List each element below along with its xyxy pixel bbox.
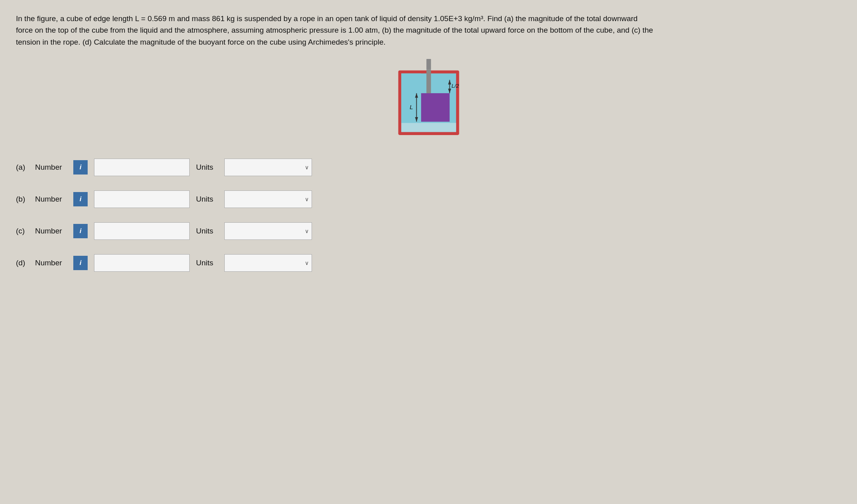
units-select-d[interactable]: N Pa atm bbox=[224, 254, 312, 272]
units-label-d: Units bbox=[196, 259, 218, 267]
tank-figure: L L/2 bbox=[385, 59, 473, 143]
number-input-b[interactable] bbox=[94, 190, 190, 208]
svg-rect-5 bbox=[401, 74, 421, 123]
number-input-a[interactable] bbox=[94, 159, 190, 176]
answer-row-c: (c) Number i Units N Pa atm bbox=[16, 222, 375, 240]
units-select-a[interactable]: N Pa atm bbox=[224, 159, 312, 176]
part-label-a: (a) bbox=[16, 163, 29, 172]
answer-row-a: (a) Number i Units N Pa atm bbox=[16, 159, 375, 176]
number-label-b: Number bbox=[35, 195, 67, 204]
units-select-c[interactable]: N Pa atm bbox=[224, 222, 312, 240]
info-button-d[interactable]: i bbox=[73, 256, 88, 270]
units-select-wrapper-b[interactable]: N Pa atm bbox=[224, 190, 312, 208]
info-button-c[interactable]: i bbox=[73, 224, 88, 238]
svg-rect-6 bbox=[426, 70, 431, 93]
number-label-c: Number bbox=[35, 227, 67, 235]
units-label-c: Units bbox=[196, 227, 218, 235]
svg-rect-4 bbox=[421, 93, 449, 122]
part-label-c: (c) bbox=[16, 227, 29, 235]
units-select-b[interactable]: N Pa atm bbox=[224, 190, 312, 208]
problem-text: In the figure, a cube of edge length L =… bbox=[16, 13, 653, 48]
answers-section: (a) Number i Units N Pa atm (b) Number i… bbox=[16, 159, 375, 272]
svg-rect-3 bbox=[401, 123, 456, 132]
number-input-c[interactable] bbox=[94, 222, 190, 240]
number-label-d: Number bbox=[35, 259, 67, 267]
number-label-a: Number bbox=[35, 163, 67, 172]
number-input-d[interactable] bbox=[94, 254, 190, 272]
part-label-b: (b) bbox=[16, 195, 29, 204]
units-select-wrapper-a[interactable]: N Pa atm bbox=[224, 159, 312, 176]
units-select-wrapper-c[interactable]: N Pa atm bbox=[224, 222, 312, 240]
svg-rect-0 bbox=[426, 59, 431, 70]
units-select-wrapper-d[interactable]: N Pa atm bbox=[224, 254, 312, 272]
part-label-d: (d) bbox=[16, 259, 29, 267]
info-button-a[interactable]: i bbox=[73, 160, 88, 175]
units-label-b: Units bbox=[196, 195, 218, 204]
svg-text:L: L bbox=[410, 104, 413, 110]
answer-row-d: (d) Number i Units N Pa atm bbox=[16, 254, 375, 272]
info-button-b[interactable]: i bbox=[73, 192, 88, 206]
svg-text:L/2: L/2 bbox=[451, 83, 459, 89]
answer-row-b: (b) Number i Units N Pa atm bbox=[16, 190, 375, 208]
figure-container: L L/2 bbox=[16, 59, 841, 143]
units-label-a: Units bbox=[196, 163, 218, 172]
